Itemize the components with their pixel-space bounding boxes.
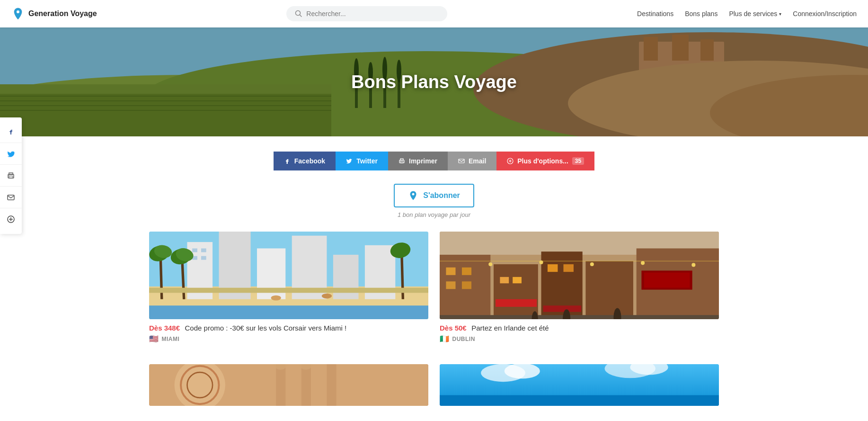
share-more-count: 35 bbox=[572, 157, 584, 165]
card-miami-title: Code promo : -30€ sur les vols Corsair v… bbox=[185, 324, 347, 332]
card-miami-flag: 🇺🇸 bbox=[149, 334, 159, 343]
svg-point-97 bbox=[691, 263, 695, 267]
card-miami-price: Dès 348€ bbox=[149, 324, 180, 332]
card-dublin-location: 🇮🇪 DUBLIN bbox=[440, 334, 719, 343]
svg-point-67 bbox=[271, 296, 281, 301]
sidebar-twitter-icon[interactable] bbox=[0, 143, 22, 165]
search-icon bbox=[295, 10, 302, 18]
card-dublin-title: Partez en Irlande cet été bbox=[471, 324, 549, 332]
card-miami-image bbox=[149, 232, 428, 319]
logo[interactable]: Generation Voyage bbox=[11, 7, 97, 20]
svg-rect-80 bbox=[500, 277, 509, 283]
sidebar-share bbox=[0, 117, 22, 234]
share-bar: Facebook Twitter Imprimer Email Plus d'o… bbox=[0, 152, 868, 170]
subscribe-sublabel: 1 bon plan voyage par jour bbox=[398, 211, 470, 218]
share-more-button[interactable]: Plus d'options... 35 bbox=[496, 152, 594, 170]
svg-point-68 bbox=[322, 294, 332, 299]
svg-rect-87 bbox=[496, 299, 537, 307]
svg-rect-82 bbox=[548, 264, 558, 272]
share-facebook-button[interactable]: Facebook bbox=[274, 152, 336, 170]
sidebar-email-icon[interactable] bbox=[0, 187, 22, 208]
subscribe-button[interactable]: S'abonner bbox=[394, 184, 474, 207]
svg-rect-29 bbox=[9, 173, 13, 175]
cards-bottom bbox=[126, 364, 742, 421]
nav-destinations[interactable]: Destinations bbox=[637, 10, 673, 18]
svg-point-39 bbox=[400, 161, 400, 161]
svg-rect-103 bbox=[301, 364, 311, 406]
svg-rect-81 bbox=[513, 277, 522, 283]
svg-rect-76 bbox=[446, 268, 455, 275]
nav-bons-plans[interactable]: Bons plans bbox=[685, 10, 717, 18]
header: Generation Voyage Destinations Bons plan… bbox=[0, 0, 868, 27]
svg-rect-40 bbox=[459, 159, 464, 163]
svg-rect-108 bbox=[440, 395, 719, 406]
chevron-down-icon: ▾ bbox=[779, 11, 781, 17]
subscribe-section: S'abonner 1 bon plan voyage par jour bbox=[0, 184, 868, 218]
svg-point-0 bbox=[17, 10, 19, 13]
search-input[interactable] bbox=[306, 10, 439, 18]
svg-line-2 bbox=[300, 15, 302, 17]
card-partial-mosaic[interactable] bbox=[149, 364, 428, 406]
share-email-button[interactable]: Email bbox=[448, 152, 496, 170]
share-twitter-button[interactable]: Twitter bbox=[336, 152, 388, 170]
svg-rect-83 bbox=[563, 264, 573, 272]
hero-title: Bons Plans Voyage bbox=[351, 72, 517, 92]
svg-point-95 bbox=[590, 262, 594, 266]
card-dublin-image bbox=[440, 232, 719, 319]
card-miami-location: 🇺🇸 MIAMI bbox=[149, 334, 428, 343]
svg-rect-102 bbox=[276, 364, 285, 406]
logo-text: Generation Voyage bbox=[28, 9, 97, 18]
subscribe-logo-icon bbox=[408, 190, 418, 201]
card-miami[interactable]: Dès 348€ Code promo : -30€ sur les vols … bbox=[149, 232, 428, 345]
card-partial-blue[interactable] bbox=[440, 364, 719, 406]
svg-point-96 bbox=[641, 261, 645, 265]
svg-rect-77 bbox=[462, 268, 471, 275]
svg-rect-57 bbox=[201, 256, 206, 260]
svg-rect-74 bbox=[585, 261, 633, 319]
svg-rect-72 bbox=[494, 264, 538, 319]
svg-rect-86 bbox=[440, 315, 719, 319]
svg-rect-66 bbox=[149, 288, 428, 293]
share-print-button[interactable]: Imprimer bbox=[388, 152, 448, 170]
svg-point-44 bbox=[412, 193, 415, 196]
card-miami-info: Dès 348€ Code promo : -30€ sur les vols … bbox=[149, 319, 428, 345]
svg-rect-79 bbox=[462, 281, 471, 289]
sidebar-plus-icon[interactable] bbox=[0, 208, 22, 230]
card-dublin-location-name: DUBLIN bbox=[452, 336, 475, 342]
svg-rect-78 bbox=[446, 281, 455, 289]
svg-point-93 bbox=[488, 262, 492, 266]
svg-point-99 bbox=[175, 364, 225, 406]
nav-links: Destinations Bons plans Plus de services… bbox=[637, 10, 857, 18]
cards-grid: Dès 348€ Code promo : -30€ sur les vols … bbox=[126, 232, 742, 364]
svg-rect-85 bbox=[644, 272, 690, 287]
svg-point-94 bbox=[540, 260, 543, 264]
card-miami-location-name: MIAMI bbox=[162, 336, 180, 342]
nav-plus-services[interactable]: Plus de services ▾ bbox=[729, 10, 781, 18]
svg-rect-54 bbox=[192, 249, 197, 252]
card-dublin[interactable]: Dès 50€ Partez en Irlande cet été 🇮🇪 DUB… bbox=[440, 232, 719, 345]
search-input-wrap[interactable] bbox=[286, 6, 447, 21]
card-dublin-price: Dès 50€ bbox=[440, 324, 467, 332]
svg-rect-37 bbox=[400, 159, 403, 161]
svg-rect-32 bbox=[8, 195, 14, 200]
svg-rect-55 bbox=[201, 249, 206, 252]
card-dublin-info: Dès 50€ Partez en Irlande cet été 🇮🇪 DUB… bbox=[440, 319, 719, 345]
svg-rect-104 bbox=[327, 364, 336, 406]
hero-section: Bons Plans Voyage bbox=[0, 27, 868, 136]
svg-rect-38 bbox=[400, 161, 403, 163]
sidebar-print-icon[interactable] bbox=[0, 165, 22, 187]
logo-icon bbox=[11, 7, 25, 20]
svg-rect-88 bbox=[543, 305, 581, 312]
card-dublin-flag: 🇮🇪 bbox=[440, 334, 450, 343]
nav-connexion[interactable]: Connexion/Inscription bbox=[793, 10, 857, 18]
svg-point-31 bbox=[9, 175, 9, 175]
sidebar-facebook-icon[interactable] bbox=[0, 121, 22, 143]
search-bar bbox=[97, 6, 637, 21]
